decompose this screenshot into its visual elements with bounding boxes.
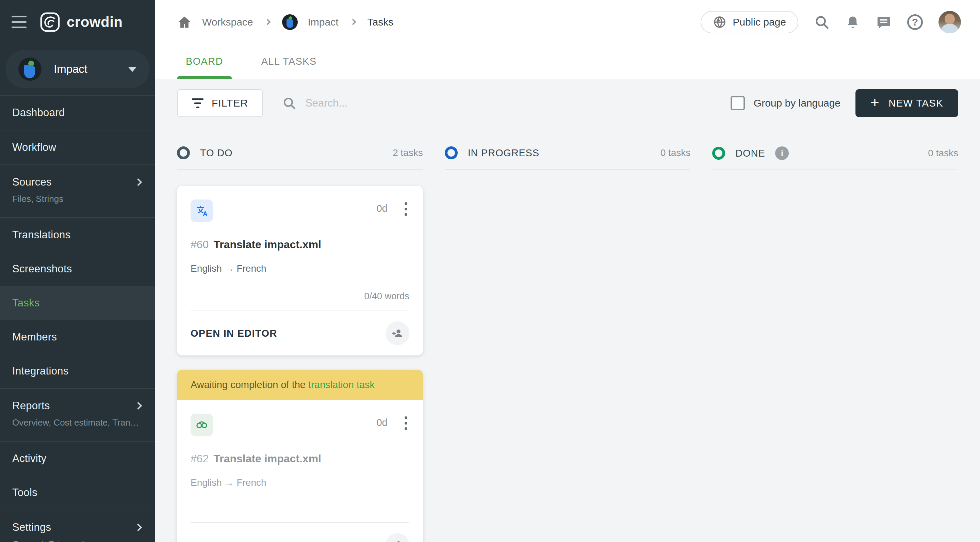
translate-task-icon: A bbox=[191, 199, 213, 222]
filter-icon bbox=[192, 99, 204, 108]
card-menu-icon[interactable] bbox=[402, 414, 409, 433]
chevron-right-icon bbox=[350, 19, 356, 25]
task-languages: English → French bbox=[191, 263, 409, 274]
column-done-header: DONE i 0 tasks bbox=[712, 147, 958, 170]
home-icon[interactable] bbox=[177, 14, 192, 30]
group-by-language-toggle[interactable]: Group by language bbox=[730, 96, 840, 110]
column-done: DONE i 0 tasks bbox=[712, 147, 958, 542]
sidebar-item-tools[interactable]: Tools bbox=[0, 476, 155, 510]
add-person-icon bbox=[391, 539, 404, 542]
sidebar-item-activity[interactable]: Activity bbox=[0, 441, 155, 476]
in-progress-status-icon bbox=[445, 147, 458, 159]
sidebar-item-dashboard[interactable]: Dashboard bbox=[0, 96, 155, 130]
task-card-60[interactable]: A 0d #60Translate impact.xml English → F… bbox=[177, 186, 423, 355]
task-title[interactable]: Translate impact.xml bbox=[213, 238, 321, 250]
sidebar-item-settings-subtitle: General, Privacy, Languages, Q… bbox=[12, 539, 143, 542]
svg-text:A: A bbox=[203, 210, 207, 217]
todo-status-icon bbox=[177, 147, 190, 159]
info-icon[interactable]: i bbox=[775, 147, 789, 160]
sidebar-item-translations[interactable]: Translations bbox=[0, 217, 155, 252]
column-todo-title: TO DO bbox=[200, 147, 232, 159]
breadcrumb-project[interactable]: Impact bbox=[308, 16, 339, 28]
sidebar-item-integrations[interactable]: Integrations bbox=[0, 354, 155, 388]
assign-user-button[interactable] bbox=[385, 533, 409, 542]
board-content: FILTER Group by language + NEW TASK bbox=[155, 79, 980, 542]
task-languages: English → French bbox=[191, 477, 409, 488]
open-in-editor-button-disabled[interactable]: OPEN IN EDITOR bbox=[191, 540, 277, 542]
column-todo-cards: A 0d #60Translate impact.xml English → F… bbox=[177, 186, 423, 542]
sidebar-item-members[interactable]: Members bbox=[0, 320, 155, 354]
column-todo-header: TO DO 2 tasks bbox=[177, 147, 423, 169]
user-avatar[interactable] bbox=[939, 11, 961, 33]
crowdin-logo[interactable]: crowdin bbox=[40, 12, 123, 32]
crowdin-logo-text: crowdin bbox=[67, 14, 123, 30]
tasks-tabs: BOARD ALL TASKS bbox=[155, 44, 980, 79]
sidebar-item-workflow[interactable]: Workflow bbox=[0, 130, 155, 164]
column-in-progress: IN PROGRESS 0 tasks bbox=[445, 147, 691, 542]
group-by-language-label: Group by language bbox=[754, 97, 840, 109]
column-in-progress-header: IN PROGRESS 0 tasks bbox=[445, 147, 691, 169]
public-page-label: Public page bbox=[733, 16, 786, 28]
main-area: Workspace Impact Tasks Public page bbox=[155, 0, 980, 542]
project-selector[interactable]: Impact bbox=[5, 50, 150, 88]
open-in-editor-button[interactable]: OPEN IN EDITOR bbox=[191, 328, 277, 339]
breadcrumb-project-icon bbox=[282, 14, 298, 30]
notifications-button[interactable] bbox=[845, 14, 860, 30]
sidebar-item-reports[interactable]: Reports Overview, Cost estimate, Transl… bbox=[0, 388, 155, 441]
done-status-icon bbox=[712, 147, 725, 160]
column-todo-count: 2 tasks bbox=[393, 147, 423, 158]
translation-task-link[interactable]: translation task bbox=[308, 379, 375, 390]
column-todo: TO DO 2 tasks A bbox=[177, 147, 423, 542]
assign-user-button[interactable] bbox=[385, 321, 409, 345]
top-actions: Public page bbox=[701, 11, 961, 33]
bell-icon bbox=[845, 14, 860, 30]
chevron-right-icon bbox=[264, 19, 270, 25]
new-task-label: NEW TASK bbox=[888, 98, 943, 109]
proofread-task-icon bbox=[191, 414, 213, 436]
board-toolbar: FILTER Group by language + NEW TASK bbox=[177, 89, 958, 117]
task-word-count: 0/40 words bbox=[191, 291, 409, 311]
sidebar-item-screenshots[interactable]: Screenshots bbox=[0, 252, 155, 286]
public-page-button[interactable]: Public page bbox=[701, 11, 798, 33]
sidebar-item-sources[interactable]: Sources Files, Strings bbox=[0, 164, 155, 217]
help-button[interactable]: ? bbox=[907, 14, 923, 30]
task-card-62[interactable]: Awaiting completion of the translation t… bbox=[177, 370, 423, 542]
tab-board[interactable]: BOARD bbox=[177, 44, 232, 79]
due-badge: 0d bbox=[376, 414, 387, 428]
column-done-title: DONE bbox=[735, 148, 765, 159]
add-person-icon bbox=[391, 327, 404, 340]
messages-button[interactable] bbox=[876, 14, 891, 30]
task-id: #62 bbox=[191, 453, 208, 465]
tab-all-tasks[interactable]: ALL TASKS bbox=[253, 44, 326, 79]
top-bar: Workspace Impact Tasks Public page bbox=[155, 0, 980, 44]
plus-icon: + bbox=[870, 95, 880, 110]
search-box bbox=[282, 96, 730, 110]
column-in-progress-count: 0 tasks bbox=[660, 147, 691, 158]
chevron-down-icon bbox=[128, 67, 137, 72]
help-icon: ? bbox=[907, 14, 923, 30]
column-in-progress-title: IN PROGRESS bbox=[468, 147, 539, 159]
breadcrumb: Workspace Impact Tasks bbox=[177, 14, 393, 30]
sidebar: crowdin Impact Dashboard Workflow Source… bbox=[0, 0, 155, 542]
search-icon bbox=[814, 14, 830, 30]
filter-label: FILTER bbox=[212, 97, 248, 109]
search-button[interactable] bbox=[814, 14, 830, 30]
search-icon bbox=[282, 96, 296, 110]
menu-icon[interactable] bbox=[11, 16, 27, 28]
new-task-button[interactable]: + NEW TASK bbox=[856, 89, 958, 117]
crowdin-logo-icon bbox=[40, 12, 60, 32]
column-done-count: 0 tasks bbox=[928, 148, 958, 159]
search-input[interactable] bbox=[305, 97, 543, 109]
task-title[interactable]: Translate impact.xml bbox=[213, 453, 321, 465]
filter-button[interactable]: FILTER bbox=[177, 89, 263, 117]
breadcrumb-workspace[interactable]: Workspace bbox=[202, 16, 253, 28]
task-id: #60 bbox=[191, 238, 208, 250]
sidebar-item-sources-subtitle: Files, Strings bbox=[12, 194, 143, 204]
sidebar-header: crowdin bbox=[0, 0, 155, 44]
awaiting-banner: Awaiting completion of the translation t… bbox=[177, 370, 423, 400]
sidebar-item-tasks[interactable]: Tasks bbox=[0, 286, 155, 320]
sidebar-item-settings[interactable]: Settings General, Privacy, Languages, Q… bbox=[0, 510, 155, 542]
card-menu-icon[interactable] bbox=[402, 199, 409, 218]
breadcrumb-current-tasks: Tasks bbox=[368, 16, 394, 28]
group-by-language-checkbox[interactable] bbox=[730, 96, 745, 110]
